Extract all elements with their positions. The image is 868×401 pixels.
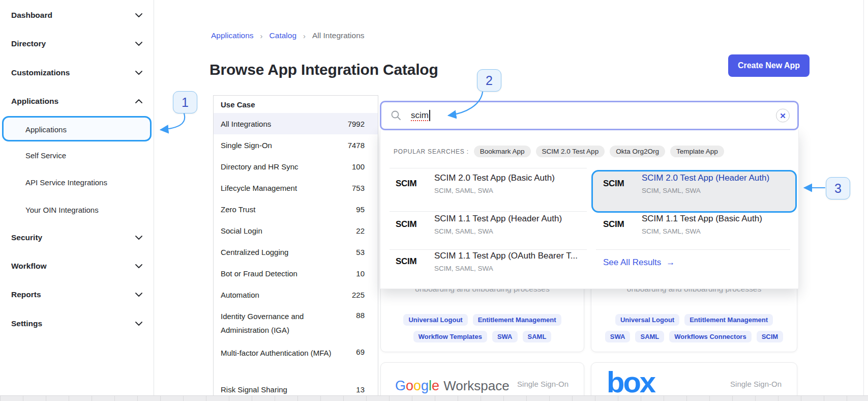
close-icon: ✕ — [780, 111, 786, 120]
sidebar-subitem-your-oin-integrations[interactable]: Your OIN Integrations — [0, 202, 154, 217]
use-case-label: Bot or Fraud Detection — [221, 267, 297, 280]
use-case-label: Automation — [221, 288, 259, 302]
use-case-label: Single Sign-On — [221, 138, 272, 152]
sidebar-subitem-self-service[interactable]: Self Service — [0, 148, 154, 163]
sidebar-item-reports[interactable]: Reports — [0, 287, 154, 303]
sidebar-item-applications[interactable]: Applications — [0, 93, 154, 109]
sidebar: Dashboard Directory Customizations Appli… — [0, 0, 154, 401]
card-tags-row: Universal Logout Entitlement Management — [591, 314, 797, 326]
use-case-label: All Integrations — [221, 117, 271, 131]
use-case-label: Multi-factor Authentication (MFA) — [221, 346, 332, 360]
breadcrumb-separator: › — [260, 32, 263, 40]
tag-chip[interactable]: Universal Logout — [403, 314, 467, 326]
logo-letter: o — [406, 378, 413, 394]
result-scim11-basic[interactable]: SCIM SCIM 1.1 Test App (Basic Auth) SCIM… — [603, 214, 762, 235]
result-scim20-basic[interactable]: SCIM SCIM 2.0 Test App (Basic Auth) SCIM… — [396, 173, 555, 194]
use-case-count: 22 — [356, 226, 365, 235]
tag-chip[interactable]: SAML — [635, 331, 664, 342]
scim-logo: SCIM — [603, 179, 632, 189]
tag-chip[interactable]: Universal Logout — [615, 314, 679, 326]
use-case-row-bot-fraud-detection[interactable]: Bot or Fraud Detection 10 — [214, 263, 378, 284]
tag-chip[interactable]: Entitlement Management — [473, 314, 561, 326]
search-query-text: scim — [411, 110, 429, 121]
search-input[interactable]: scim ✕ — [380, 101, 799, 130]
result-subtitle: SCIM, SAML, SWA — [434, 265, 578, 272]
chevron-down-icon — [135, 42, 142, 46]
use-case-row-mfa[interactable]: Multi-factor Authentication (MFA) 69 — [214, 342, 378, 379]
use-case-row-zero-trust[interactable]: Zero Trust 95 — [214, 198, 378, 220]
logo-suffix: Workspace — [443, 378, 510, 394]
popular-chip-okta-org2org[interactable]: Okta Org2Org — [610, 146, 665, 157]
tag-chip[interactable]: Entitlement Management — [684, 314, 773, 326]
breadcrumb-applications[interactable]: Applications — [211, 31, 254, 40]
use-case-count: 95 — [356, 205, 365, 214]
logo-letter: g — [421, 378, 429, 394]
chevron-down-icon — [135, 293, 142, 297]
popular-chip-bookmark-app[interactable]: Bookmark App — [474, 146, 531, 157]
callout-badge-3: 3 — [826, 177, 850, 199]
use-case-row-social-login[interactable]: Social Login 22 — [214, 220, 378, 241]
box-logo: box — [607, 365, 654, 399]
scim-logo: SCIM — [603, 219, 632, 230]
result-title: SCIM 2.0 Test App (Header Auth) — [642, 173, 769, 183]
bottom-scroll-strip[interactable] — [0, 395, 868, 401]
result-scim20-header[interactable]: SCIM SCIM 2.0 Test App (Header Auth) SCI… — [603, 173, 769, 194]
sidebar-item-settings[interactable]: Settings — [0, 316, 154, 332]
use-case-row-all-integrations[interactable]: All Integrations 7992 — [214, 113, 378, 134]
sidebar-item-security[interactable]: Security — [0, 230, 154, 246]
tag-chip[interactable]: SWA — [492, 331, 518, 342]
tag-chip[interactable]: Workflows Connectors — [669, 331, 751, 342]
sidebar-item-directory[interactable]: Directory — [0, 36, 154, 52]
sidebar-subitem-applications[interactable]: Applications — [0, 122, 154, 137]
breadcrumb: Applications › Catalog › All Integration… — [211, 31, 365, 40]
popular-searches-row: POPULAR SEARCHES : Bookmark App SCIM 2.0… — [394, 146, 724, 157]
sidebar-item-label: Security — [11, 233, 42, 242]
use-case-row-single-sign-on[interactable]: Single Sign-On 7478 — [214, 134, 378, 156]
divider — [596, 249, 790, 250]
text-caret — [429, 110, 430, 121]
use-case-row-centralized-logging[interactable]: Centralized Logging 53 — [214, 241, 378, 263]
result-subtitle: SCIM, SAML, SWA — [434, 187, 555, 194]
use-case-count: 225 — [352, 291, 365, 299]
logo-letter: G — [395, 378, 406, 394]
sidebar-item-customizations[interactable]: Customizations — [0, 65, 154, 81]
use-case-count: 88 — [356, 309, 365, 320]
callout-badge-1: 1 — [173, 91, 197, 113]
popular-chip-scim-test-app[interactable]: SCIM 2.0 Test App — [536, 146, 605, 157]
create-new-app-button[interactable]: Create New App — [728, 54, 810, 77]
see-all-results-link[interactable]: See All Results → — [603, 257, 675, 268]
use-case-row-directory-hr-sync[interactable]: Directory and HR Sync 100 — [214, 156, 378, 177]
use-case-row-automation[interactable]: Automation 225 — [214, 284, 378, 305]
chevron-up-icon — [135, 99, 142, 103]
result-subtitle: SCIM, SAML, SWA — [434, 227, 562, 235]
card-category-label: Single Sign-On — [517, 380, 568, 388]
sidebar-item-label: Settings — [11, 319, 42, 328]
breadcrumb-catalog[interactable]: Catalog — [270, 31, 296, 40]
sidebar-item-dashboard[interactable]: Dashboard — [0, 7, 154, 23]
chevron-down-icon — [135, 236, 142, 240]
tag-chip[interactable]: SCIM — [757, 331, 784, 342]
result-scim11-oauth[interactable]: SCIM SCIM 1.1 Test App (OAuth Bearer T..… — [396, 251, 578, 272]
clear-search-button[interactable]: ✕ — [776, 109, 790, 123]
sidebar-item-workflow[interactable]: Workflow — [0, 258, 154, 274]
scim-logo: SCIM — [396, 179, 424, 189]
callout-arrow-1 — [161, 113, 185, 130]
card-tags-row: Workflow Templates SWA SAML — [381, 331, 584, 342]
result-scim11-header[interactable]: SCIM SCIM 1.1 Test App (Header Auth) SCI… — [396, 214, 562, 235]
tag-chip[interactable]: Workflow Templates — [413, 331, 487, 342]
use-case-label: Identity Governance and Administration (… — [221, 309, 339, 337]
tag-chip[interactable]: SWA — [605, 331, 631, 342]
use-case-label: Directory and HR Sync — [221, 160, 298, 174]
arrow-right-icon: → — [666, 257, 675, 268]
popular-chip-template-app[interactable]: Template App — [670, 146, 724, 157]
breadcrumb-current: All Integrations — [312, 31, 365, 40]
sidebar-item-label: Workflow — [11, 262, 46, 271]
use-case-row-lifecycle-management[interactable]: Lifecycle Management 753 — [214, 177, 378, 198]
result-title: SCIM 2.0 Test App (Basic Auth) — [434, 173, 555, 183]
scim-logo: SCIM — [396, 256, 424, 267]
breadcrumb-separator: › — [303, 32, 306, 40]
result-title: SCIM 1.1 Test App (OAuth Bearer T... — [434, 251, 578, 261]
use-case-row-iga[interactable]: Identity Governance and Administration (… — [214, 305, 378, 342]
tag-chip[interactable]: SAML — [523, 331, 552, 342]
sidebar-subitem-api-service-integrations[interactable]: API Service Integrations — [0, 175, 154, 190]
